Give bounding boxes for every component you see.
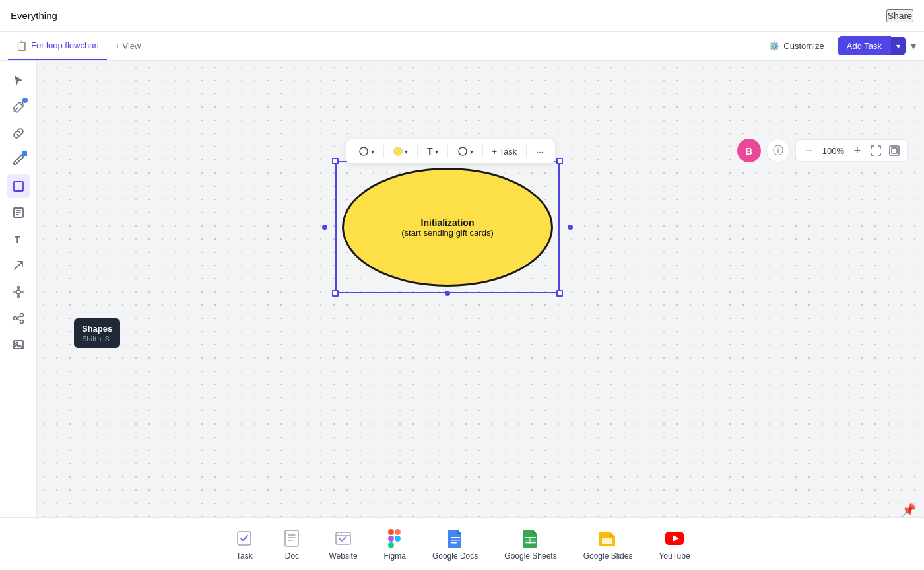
color-picker-button[interactable]: ▾ bbox=[388, 144, 413, 159]
shape-container[interactable]: Initialization (start sending gift cards… bbox=[335, 161, 560, 293]
toolbar-image-button[interactable] bbox=[7, 333, 30, 357]
connector-icon bbox=[457, 146, 468, 157]
svg-rect-32 bbox=[395, 529, 401, 535]
handle-mid-bottom[interactable] bbox=[445, 291, 450, 296]
svg-rect-38 bbox=[451, 542, 457, 544]
overflow-menu-button[interactable]: ▾ bbox=[911, 40, 916, 52]
google-docs-icon bbox=[445, 528, 466, 549]
add-task-button[interactable]: Add Task bbox=[838, 36, 891, 55]
zoom-in-button[interactable]: + bbox=[849, 143, 865, 159]
svg-point-17 bbox=[20, 320, 23, 324]
divider bbox=[383, 145, 384, 158]
connector-button[interactable]: ▾ bbox=[452, 143, 478, 159]
text-icon: T bbox=[12, 232, 25, 246]
arrow-icon bbox=[12, 259, 25, 272]
toolbar-magic-button[interactable] bbox=[7, 95, 30, 119]
svg-rect-34 bbox=[388, 542, 394, 548]
customize-button[interactable]: ⚙️ Customize bbox=[761, 37, 832, 55]
svg-point-21 bbox=[16, 343, 18, 345]
text-format-button[interactable]: T ▾ bbox=[422, 143, 444, 159]
tooltip-title: Shapes bbox=[82, 324, 112, 334]
dock-item-google-sheets[interactable]: Google Sheets bbox=[491, 522, 570, 566]
toolbar-pencil-button[interactable] bbox=[7, 148, 30, 172]
figma-icon bbox=[384, 528, 405, 549]
smart-icon bbox=[12, 312, 25, 325]
website-svg bbox=[334, 529, 352, 548]
doc-icon bbox=[281, 528, 302, 549]
zoom-expand-button[interactable] bbox=[886, 143, 902, 159]
svg-line-19 bbox=[16, 318, 20, 321]
toolbar-shapes-button[interactable] bbox=[7, 174, 30, 198]
toolbar-arrow-button[interactable] bbox=[7, 254, 30, 277]
handle-top-left[interactable] bbox=[332, 158, 339, 164]
canvas-area[interactable]: ▾ ▾ T ▾ ▾ + Task ··· bbox=[37, 61, 924, 570]
youtube-svg bbox=[665, 531, 684, 546]
link-icon bbox=[12, 127, 25, 140]
toolbar-link-button[interactable] bbox=[7, 122, 30, 145]
tab-for-loop-flowchart[interactable]: 📋 For loop flowchart bbox=[8, 32, 107, 60]
toolbar-note-button[interactable] bbox=[7, 201, 30, 225]
toolbar-smart-button[interactable] bbox=[7, 306, 30, 330]
user-avatar: B bbox=[737, 139, 761, 162]
gear-icon: ⚙️ bbox=[769, 41, 779, 51]
share-button[interactable]: Share bbox=[886, 9, 913, 22]
left-toolbar: T bbox=[0, 61, 37, 570]
svg-point-15 bbox=[13, 317, 16, 320]
task-icon bbox=[234, 528, 255, 549]
add-task-dropdown-button[interactable]: ▾ bbox=[891, 37, 906, 55]
task-label: Task bbox=[236, 552, 253, 561]
dock-item-doc[interactable]: Doc bbox=[268, 522, 315, 566]
dock-item-figma[interactable]: Figma bbox=[371, 522, 419, 566]
text-format-arrow: ▾ bbox=[435, 148, 438, 155]
doc-svg bbox=[283, 529, 300, 548]
doc-label: Doc bbox=[285, 552, 299, 561]
handle-mid-right[interactable] bbox=[568, 225, 573, 230]
hub-icon bbox=[12, 285, 25, 299]
divider2 bbox=[417, 145, 418, 158]
ellipse-shape[interactable]: Initialization (start sending gift cards… bbox=[342, 168, 553, 287]
dock-item-google-slides[interactable]: Google Slides bbox=[570, 522, 646, 566]
svg-rect-3 bbox=[14, 182, 23, 191]
dock-item-task[interactable]: Task bbox=[220, 522, 268, 566]
bottom-dock: Task Doc Website bbox=[0, 517, 924, 570]
note-icon bbox=[12, 206, 25, 219]
dock-item-youtube[interactable]: YouTube bbox=[645, 522, 703, 566]
dock-item-website[interactable]: Website bbox=[315, 522, 370, 566]
add-task-group: Add Task ▾ bbox=[838, 36, 906, 55]
shape-type-arrow: ▾ bbox=[371, 148, 374, 155]
zoom-out-button[interactable]: − bbox=[801, 143, 817, 159]
pin-icon[interactable]: 📌 bbox=[902, 503, 916, 517]
handle-bottom-right[interactable] bbox=[556, 290, 563, 297]
shape-text-line2: (start sending gift cards) bbox=[401, 228, 493, 238]
zoom-fit-button[interactable] bbox=[868, 143, 884, 159]
figma-svg bbox=[387, 528, 402, 548]
shapes-tooltip: Shapes Shift + S bbox=[74, 318, 120, 348]
dock-item-google-docs[interactable]: Google Docs bbox=[419, 522, 491, 566]
google-docs-svg bbox=[447, 528, 463, 548]
handle-mid-left[interactable] bbox=[322, 225, 327, 230]
google-sheets-svg bbox=[523, 528, 539, 548]
fit-icon bbox=[870, 145, 882, 157]
shape-type-button[interactable]: ▾ bbox=[353, 143, 380, 159]
toolbar-hub-button[interactable] bbox=[7, 280, 30, 304]
svg-rect-43 bbox=[602, 538, 612, 544]
handle-top-right[interactable] bbox=[556, 158, 563, 164]
cursor-icon bbox=[12, 74, 25, 87]
svg-rect-27 bbox=[285, 530, 298, 546]
toolbar-text-button[interactable]: T bbox=[7, 227, 30, 251]
add-view-button[interactable]: + View bbox=[107, 41, 148, 51]
add-task-canvas-button[interactable]: + Task bbox=[487, 144, 523, 159]
toolbar-cursor-button[interactable] bbox=[7, 69, 30, 92]
more-options-button[interactable]: ··· bbox=[531, 144, 548, 159]
svg-point-1 bbox=[22, 104, 24, 106]
svg-point-7 bbox=[17, 287, 19, 289]
shape-text-line1: Initialization bbox=[421, 217, 475, 228]
image-icon bbox=[12, 338, 25, 351]
color-arrow: ▾ bbox=[405, 148, 408, 155]
svg-rect-40 bbox=[525, 540, 536, 540]
handle-bottom-left[interactable] bbox=[332, 290, 339, 297]
divider4 bbox=[482, 145, 483, 158]
color-swatch bbox=[393, 147, 403, 156]
top-bar: Everything Share bbox=[0, 0, 924, 32]
info-button[interactable]: ⓘ bbox=[766, 139, 790, 162]
